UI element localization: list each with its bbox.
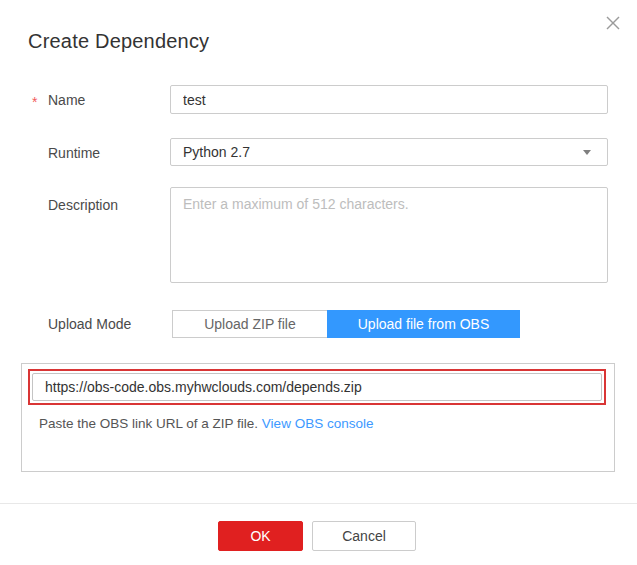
obs-hint-text: Paste the OBS link URL of a ZIP file. [39, 416, 262, 431]
name-input[interactable] [170, 85, 608, 114]
obs-hint: Paste the OBS link URL of a ZIP file. Vi… [39, 416, 373, 431]
upload-mode-toggle: Upload ZIP file Upload file from OBS [172, 310, 520, 338]
description-label: Description [48, 197, 118, 213]
footer-divider [0, 503, 637, 504]
close-icon[interactable] [602, 12, 624, 34]
chevron-down-icon [583, 150, 591, 155]
upload-mode-label: Upload Mode [48, 316, 131, 332]
runtime-label: Runtime [48, 145, 100, 161]
ok-button[interactable]: OK [218, 521, 303, 551]
runtime-select[interactable]: Python 2.7 [170, 138, 608, 166]
upload-file-from-obs-button[interactable]: Upload file from OBS [327, 310, 520, 338]
name-required-marker: * [32, 94, 37, 110]
name-label: Name [48, 92, 85, 108]
obs-url-highlight-border [28, 369, 606, 405]
runtime-selected-value: Python 2.7 [183, 144, 583, 160]
description-textarea[interactable] [170, 187, 608, 283]
obs-url-input[interactable] [32, 373, 602, 401]
obs-upload-panel: Paste the OBS link URL of a ZIP file. Vi… [21, 363, 615, 472]
dialog-title: Create Dependency [28, 30, 209, 53]
view-obs-console-link[interactable]: View OBS console [262, 416, 374, 431]
create-dependency-dialog: Create Dependency * Name Runtime Python … [0, 0, 637, 565]
upload-zip-file-button[interactable]: Upload ZIP file [172, 310, 327, 338]
x-cross-glyph [606, 16, 620, 30]
cancel-button[interactable]: Cancel [312, 521, 416, 551]
